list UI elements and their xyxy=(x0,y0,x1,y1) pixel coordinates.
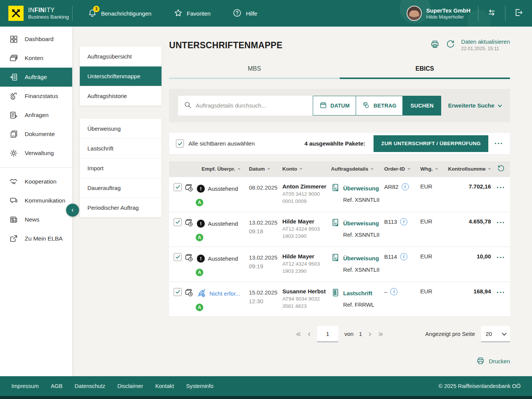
sort-icon[interactable] xyxy=(407,168,410,171)
authorization-badge: A xyxy=(196,269,203,276)
info-icon[interactable] xyxy=(400,218,407,225)
row-checkbox[interactable] xyxy=(174,218,182,226)
search-input[interactable] xyxy=(196,102,307,109)
sort-icon[interactable] xyxy=(435,168,438,171)
advanced-search-link[interactable]: Erweiterte Suche xyxy=(448,102,501,109)
coins-icon xyxy=(362,101,370,110)
last-page-icon[interactable] xyxy=(378,329,383,339)
row-actions-menu[interactable] xyxy=(497,183,505,192)
footer-link-systeminfo[interactable]: Systeminfo xyxy=(186,383,214,389)
amount-filter-button[interactable]: BETRAG xyxy=(356,96,403,116)
sort-icon[interactable] xyxy=(488,168,491,171)
row-actions-menu[interactable] xyxy=(497,288,505,296)
order-type-link[interactable]: Überweisung xyxy=(343,220,379,226)
sidebar-item-verwaltung[interactable]: Verwaltung xyxy=(0,144,72,163)
sort-icon[interactable] xyxy=(267,168,270,171)
logout-button[interactable] xyxy=(505,8,532,19)
print-link[interactable]: Drucken xyxy=(169,356,510,366)
sort-icon[interactable] xyxy=(238,168,241,171)
nav-favorites[interactable]: Favoriten xyxy=(174,8,211,19)
table-refresh-icon[interactable] xyxy=(497,165,505,174)
sort-icon[interactable] xyxy=(299,168,302,171)
submenu-item-periodischer-auftrag[interactable]: Periodischer Auftrag xyxy=(80,198,162,217)
signature-not-required-icon xyxy=(197,288,206,299)
nav-help[interactable]: Hilfe xyxy=(233,8,257,19)
sidebar-collapse-button[interactable] xyxy=(66,204,79,217)
search-button[interactable]: SUCHEN xyxy=(403,96,441,116)
footer-link-disclaimer[interactable]: Disclaimer xyxy=(117,383,143,389)
table-row[interactable]: Ausstehend A 08.02.2025 Anton ZimmererAT… xyxy=(169,177,510,212)
svg-text:€: € xyxy=(334,254,336,258)
sidebar-item-dashboard[interactable]: Dashboard xyxy=(0,30,72,49)
column-whg[interactable]: Whg. xyxy=(420,166,433,172)
row-checkbox[interactable] xyxy=(174,288,182,296)
page-number-input[interactable] xyxy=(317,326,338,342)
footer-link-agb[interactable]: AGB xyxy=(51,383,63,389)
sidebar-item-finanzstatus[interactable]: € Finanzstatus xyxy=(0,87,72,106)
footer-link-impressum[interactable]: Impressum xyxy=(11,383,39,389)
sort-icon[interactable] xyxy=(370,168,374,171)
info-icon[interactable] xyxy=(402,183,409,190)
previous-page-icon[interactable] xyxy=(307,329,311,339)
date-filter-button[interactable]: DATUM xyxy=(313,96,356,116)
row-actions-menu[interactable] xyxy=(497,218,505,226)
info-icon[interactable] xyxy=(400,253,407,260)
sidebar-item-dokumente[interactable]: Dokumente xyxy=(0,125,72,144)
top-navigation: 3 Benachrichtigungen Favoriten Hilfe xyxy=(88,8,257,19)
row-actions-menu[interactable] xyxy=(497,253,505,261)
column-auftragsdetails[interactable]: Auftragsdetails xyxy=(331,166,368,172)
app-title: INFINITY xyxy=(28,6,69,14)
footer-link-kontakt[interactable]: Kontakt xyxy=(155,383,174,389)
row-checkbox[interactable] xyxy=(174,183,182,191)
table-row[interactable]: Ausstehend A 13.02.202509:19 Hilde Mayer… xyxy=(169,247,510,282)
submenu-item-dauerauftrag[interactable]: Dauerauftrag xyxy=(80,178,162,198)
column-empf-ueberpr[interactable]: Empf. Überpr. xyxy=(201,166,235,172)
submenu-item-lastschrift[interactable]: Lastschrift xyxy=(80,138,162,158)
more-actions-button[interactable] xyxy=(494,139,503,148)
refresh-data-link[interactable]: Daten aktualisieren xyxy=(461,38,510,46)
column-order-id[interactable]: Order-ID xyxy=(384,166,405,172)
submenu-item-auftragsuebersicht[interactable]: Auftragsübersicht xyxy=(80,46,162,66)
sidebar-item-auftraege[interactable]: Aufträge xyxy=(0,68,72,87)
printer-icon[interactable] xyxy=(430,38,440,49)
per-page-select[interactable]: 20 xyxy=(481,326,510,342)
table-row[interactable]: Ausstehend A 13.02.202509:18 Hilde Mayer… xyxy=(169,212,510,247)
next-page-icon[interactable] xyxy=(368,329,372,339)
nav-notifications[interactable]: 3 Benachrichtigungen xyxy=(88,8,152,19)
search-icon xyxy=(184,101,192,111)
order-type-link[interactable]: Überweisung xyxy=(343,255,379,261)
order-type-link[interactable]: Lastschrift xyxy=(343,290,372,296)
sidebar-item-konten[interactable]: Konten xyxy=(0,49,72,68)
tab-ebics[interactable]: EBICS xyxy=(340,61,510,79)
sidebar-item-news[interactable]: News xyxy=(0,210,72,229)
submenu-item-auftragshistorie[interactable]: Auftragshistorie xyxy=(80,86,162,106)
authorization-badge: A xyxy=(196,199,203,206)
sign-review-button[interactable]: ZUR UNTERSCHRIFT / ÜBERPRÜFUNG xyxy=(374,135,488,152)
brand[interactable]: INFINITY Business Banking xyxy=(0,6,72,21)
sidebar-item-anfragen[interactable]: Anfragen xyxy=(0,106,72,125)
tab-mbs[interactable]: MBS xyxy=(169,61,340,79)
copyright: © 2025 Raiffeisenlandesbank OÖ xyxy=(439,383,521,389)
sidebar-item-zu-mein-elba[interactable]: Zu Mein ELBA xyxy=(0,229,72,248)
submenu-item-import[interactable]: Import xyxy=(80,158,162,178)
info-icon[interactable] xyxy=(390,288,397,295)
sidebar-item-kommunikation[interactable]: Kommunikation xyxy=(0,191,72,210)
svg-text:€: € xyxy=(334,219,336,223)
submenu-item-ueberweisung[interactable]: Überweisung xyxy=(80,119,162,138)
table-row[interactable]: Nicht erfor... A 15.02.202512:30 Susanne… xyxy=(169,282,510,317)
submenu-group-payments: Überweisung Lastschrift Import Dauerauft… xyxy=(80,119,162,217)
column-konto[interactable]: Konto xyxy=(282,166,297,172)
footer-link-datenschutz[interactable]: Datenschutz xyxy=(74,383,105,389)
first-page-icon[interactable] xyxy=(296,329,301,339)
user-menu[interactable]: SuperTex GmbH Hilde Mayerhofer xyxy=(407,6,470,21)
refresh-icon[interactable] xyxy=(446,38,455,49)
order-id: – xyxy=(384,288,387,295)
submenu-item-unterschriftenmappe[interactable]: Unterschriftenmappe xyxy=(80,66,162,86)
row-checkbox[interactable] xyxy=(174,253,182,261)
sidebar-item-kooperation[interactable]: Kooperation xyxy=(0,172,72,191)
switch-account-button[interactable] xyxy=(478,8,505,19)
column-kontrollsumme[interactable]: Kontrollsumme xyxy=(448,166,486,172)
select-all-checkbox[interactable] xyxy=(176,139,184,147)
order-type-link[interactable]: Überweisung xyxy=(343,185,379,192)
column-datum[interactable]: Datum xyxy=(249,166,265,172)
